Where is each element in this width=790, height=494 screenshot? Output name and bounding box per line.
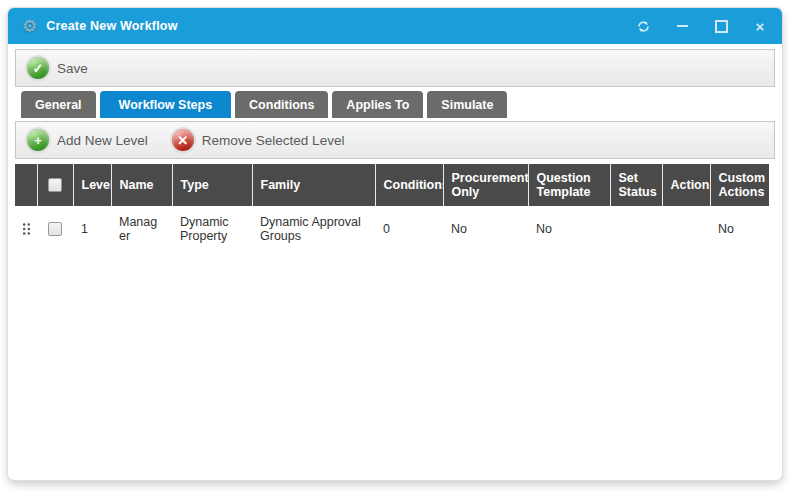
remove-selected-level-button[interactable]: ✕ Remove Selected Level bbox=[168, 127, 349, 153]
cell-question-template: No bbox=[528, 206, 610, 252]
workflow-steps-table: Level Name Type Family Conditions Procur… bbox=[15, 164, 769, 252]
tab-workflow-steps[interactable]: Workflow Steps bbox=[100, 91, 232, 118]
create-new-workflow-dialog: ⚙ Create New Workflow × ✓ Save bbox=[8, 8, 782, 480]
column-action: Action bbox=[662, 164, 710, 206]
tab-general[interactable]: General bbox=[21, 91, 96, 118]
gear-icon: ⚙ bbox=[22, 18, 37, 35]
table-row: 1 Manager Dynamic Property Dynamic Appro… bbox=[15, 206, 769, 252]
column-name: Name bbox=[111, 164, 172, 206]
tab-conditions[interactable]: Conditions bbox=[235, 91, 328, 118]
save-toolbar: ✓ Save bbox=[15, 49, 775, 87]
cell-action bbox=[662, 206, 710, 252]
maximize-button[interactable] bbox=[713, 18, 729, 34]
cell-conditions: 0 bbox=[375, 206, 443, 252]
plus-circle-icon: + bbox=[27, 129, 49, 151]
row-checkbox[interactable] bbox=[48, 222, 62, 236]
row-drag-cell bbox=[15, 206, 37, 252]
cell-name: Manager bbox=[111, 206, 172, 252]
column-procurement-only: Procurement Only bbox=[443, 164, 528, 206]
close-button[interactable]: × bbox=[752, 18, 768, 34]
save-button[interactable]: ✓ Save bbox=[23, 55, 92, 81]
cell-procurement-only: No bbox=[443, 206, 528, 252]
window-title: Create New Workflow bbox=[46, 19, 177, 33]
cell-type: Dynamic Property bbox=[172, 206, 252, 252]
column-drag bbox=[15, 164, 37, 206]
column-conditions: Conditions bbox=[375, 164, 443, 206]
titlebar: ⚙ Create New Workflow × bbox=[8, 8, 782, 44]
column-family: Family bbox=[252, 164, 375, 206]
add-new-level-label: Add New Level bbox=[57, 133, 148, 148]
dialog-content: ✓ Save General Workflow Steps Conditions… bbox=[8, 44, 782, 252]
level-toolbar: + Add New Level ✕ Remove Selected Level bbox=[15, 121, 775, 159]
cell-level: 1 bbox=[73, 206, 111, 252]
column-type: Type bbox=[172, 164, 252, 206]
column-select-all bbox=[37, 164, 73, 206]
tab-strip: General Workflow Steps Conditions Applie… bbox=[21, 91, 775, 118]
drag-handle-icon[interactable] bbox=[17, 222, 35, 236]
window-controls: × bbox=[635, 18, 768, 34]
add-new-level-button[interactable]: + Add New Level bbox=[23, 127, 152, 153]
row-select-cell bbox=[37, 206, 73, 252]
column-set-status: Set Status bbox=[610, 164, 662, 206]
table-header-row: Level Name Type Family Conditions Procur… bbox=[15, 164, 769, 206]
cell-custom-actions: No bbox=[710, 206, 769, 252]
save-button-label: Save bbox=[57, 61, 88, 76]
column-custom-actions: Custom Actions bbox=[710, 164, 769, 206]
column-question-template: Question Template bbox=[528, 164, 610, 206]
select-all-checkbox[interactable] bbox=[48, 178, 62, 192]
cell-family: Dynamic Approval Groups bbox=[252, 206, 375, 252]
x-circle-icon: ✕ bbox=[172, 129, 194, 151]
column-level: Level bbox=[73, 164, 111, 206]
check-circle-icon: ✓ bbox=[27, 57, 49, 79]
minimize-button[interactable] bbox=[674, 18, 690, 34]
tab-applies-to[interactable]: Applies To bbox=[332, 91, 423, 118]
refresh-icon[interactable] bbox=[635, 18, 651, 34]
cell-set-status bbox=[610, 206, 662, 252]
tab-simulate[interactable]: Simulate bbox=[427, 91, 507, 118]
remove-selected-level-label: Remove Selected Level bbox=[202, 133, 345, 148]
